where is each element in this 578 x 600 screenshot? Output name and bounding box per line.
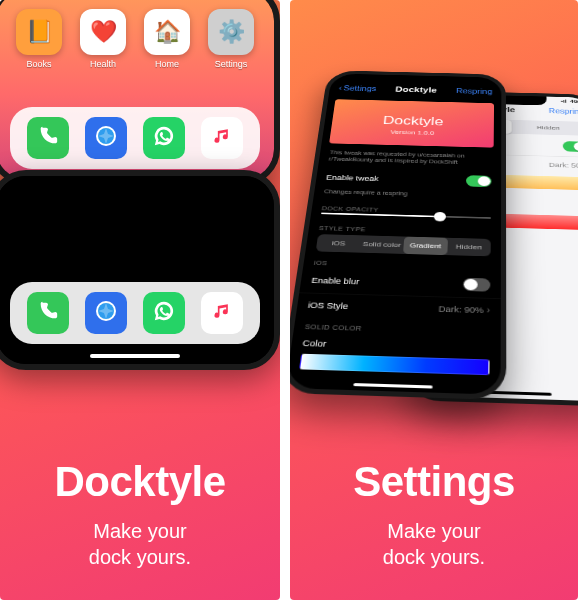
promo-sub-1: Make your (93, 520, 186, 542)
promo-panel-settings: •ıl 4G ▮ ‹ Docktyle Respring GradientHid… (290, 0, 578, 600)
app-label: Books (16, 59, 62, 69)
music-icon (212, 301, 232, 325)
app-icon-health[interactable]: ❤️ (80, 9, 126, 55)
dock-icon-phone[interactable] (27, 117, 69, 159)
ios-style-value-light: Dark: 50% (549, 161, 578, 169)
device-mockups-tilt: •ıl 4G ▮ ‹ Docktyle Respring GradientHid… (296, 8, 578, 448)
dock-icon-whatsapp[interactable] (143, 117, 185, 159)
dock-icon-music[interactable] (201, 117, 243, 159)
app-icon-home[interactable]: 🏠 (144, 9, 190, 55)
ios-style-label: iOS Style (308, 300, 349, 310)
health-icon: ❤️ (90, 19, 117, 45)
promo-sub-1: Make your (387, 520, 480, 542)
dock-icon-phone[interactable] (27, 292, 69, 334)
app-icon-settings[interactable]: ⚙️ (208, 9, 254, 55)
status-network: 4G (570, 99, 578, 104)
dock-icon-safari[interactable] (85, 292, 127, 334)
nav-respring-button[interactable]: Respring (549, 107, 578, 115)
dock-icon-music[interactable] (201, 292, 243, 334)
phone-icon (37, 300, 59, 326)
ios-style-value: Dark: 90% (438, 305, 483, 315)
app-icon-books[interactable]: 📙 (16, 9, 62, 55)
color-label: Color (302, 339, 327, 349)
enable-blur-label: Enable blur (311, 276, 360, 286)
dock-light-front (10, 282, 260, 344)
notch (380, 75, 452, 86)
nav-back-button[interactable]: ‹ Settings (338, 84, 376, 92)
dock-light (10, 107, 260, 169)
home-indicator (353, 383, 432, 388)
books-icon: 📙 (26, 19, 53, 45)
music-icon (212, 126, 232, 150)
app-label: Home (144, 59, 190, 69)
promo-title: Settings (290, 458, 578, 506)
whatsapp-icon (153, 125, 175, 151)
seg-solid-color[interactable]: Solid color (359, 236, 404, 255)
promo-text: Settings Make your dock yours. (290, 458, 578, 570)
toggle-enable-tweak[interactable] (466, 175, 492, 187)
iphone-settings-dark: ‹ Settings Docktyle Respring Docktyle Ve… (290, 70, 506, 400)
nav-title: Docktyle (395, 85, 437, 94)
status-bar: •ıl 4G ▮ (561, 98, 578, 104)
promo-sub-2: dock yours. (89, 546, 191, 568)
seg-hidden[interactable]: Hidden (447, 238, 491, 257)
status-signal-icon: •ıl (561, 98, 567, 103)
home-icon: 🏠 (154, 19, 181, 45)
springboard-row: 📙❤️🏠⚙️ (0, 0, 274, 55)
app-label: Health (80, 59, 126, 69)
seg-ios[interactable]: iOS (316, 234, 361, 253)
promo-sub-2: dock yours. (383, 546, 485, 568)
phone-icon (37, 125, 59, 151)
whatsapp-icon (153, 300, 175, 326)
enable-tweak-label: Enable tweak (326, 173, 379, 182)
home-indicator (90, 354, 180, 358)
iphone-mockup-back: 📙❤️🏠⚙️ BooksHealthHomeSettings (0, 0, 280, 185)
dock-icon-safari[interactable] (85, 117, 127, 159)
chevron-left-icon: ‹ (338, 84, 342, 91)
hero-banner: Docktyle Version 1.0.0 (329, 99, 494, 147)
settings-icon: ⚙️ (218, 19, 245, 45)
toggle-enable-light[interactable] (563, 141, 578, 152)
promo-text: Docktyle Make your dock yours. (0, 458, 280, 570)
seg-hidden[interactable]: Hidden (511, 120, 578, 136)
dock-icon-whatsapp[interactable] (143, 292, 185, 334)
iphone-mockup-front (0, 170, 280, 370)
safari-icon (94, 124, 118, 152)
seg-gradient[interactable]: Gradient (403, 237, 448, 256)
nav-respring-button[interactable]: Respring (456, 87, 492, 95)
safari-icon (94, 299, 118, 327)
springboard-labels: BooksHealthHomeSettings (0, 59, 274, 69)
color-gradient-bar[interactable] (299, 354, 490, 376)
promo-panel-docktyle: 📙❤️🏠⚙️ BooksHealthHomeSettings Docktyle … (0, 0, 280, 600)
chevron-right-icon: › (486, 305, 490, 315)
app-label: Settings (208, 59, 254, 69)
device-mockups: 📙❤️🏠⚙️ BooksHealthHomeSettings (0, 0, 280, 405)
toggle-enable-blur[interactable] (463, 278, 491, 292)
promo-title: Docktyle (0, 458, 280, 506)
